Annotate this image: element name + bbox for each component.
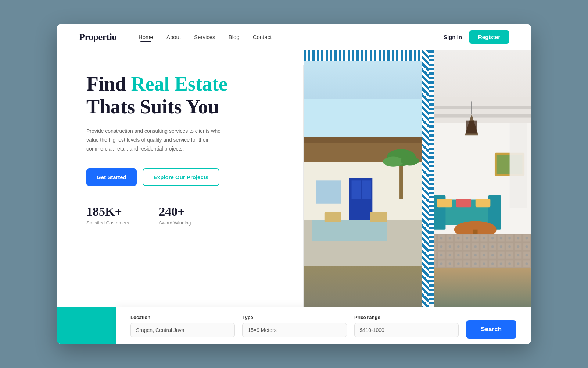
svg-rect-19 [429, 106, 531, 109]
svg-rect-27 [437, 199, 452, 207]
search-location-field: Location [130, 315, 235, 337]
heading-text-suits: Thats Suits You [86, 96, 219, 118]
stat-customers-number: 185K+ [86, 205, 129, 219]
nav-actions: Sign In Register [444, 30, 509, 44]
image-container [304, 50, 531, 315]
teal-bar [57, 307, 116, 344]
hero-left: Find Real Estate Thats Suits You Provide… [57, 50, 304, 344]
hero-description: Provide construction and consulting serv… [86, 127, 226, 153]
heading-text-find: Find [86, 73, 131, 95]
svg-rect-18 [429, 97, 531, 123]
stat-divider [144, 206, 144, 224]
search-type-field: Type [242, 315, 347, 337]
register-button[interactable]: Register [469, 30, 509, 44]
nav-links: Home About Services Blog Contact [139, 34, 444, 40]
stat-awards: 240+ Award Winning [159, 205, 191, 226]
svg-rect-10 [316, 180, 341, 203]
signin-button[interactable]: Sign In [444, 34, 462, 40]
navbar: Propertio Home About Services Blog Conta… [57, 24, 531, 50]
price-label: Price range [354, 315, 459, 320]
blue-pattern-border [422, 50, 429, 315]
stat-awards-number: 240+ [159, 205, 191, 219]
svg-rect-6 [304, 137, 429, 143]
location-label: Location [130, 315, 235, 320]
hero-heading: Find Real Estate Thats Suits You [86, 72, 282, 118]
stats: 185K+ Satisfied Customers 240+ Award Win… [86, 205, 282, 226]
explore-projects-button[interactable]: Explore Our Projects [143, 168, 219, 186]
get-started-button[interactable]: Get Started [86, 168, 137, 186]
svg-rect-12 [370, 212, 387, 222]
blue-pattern-top [304, 50, 429, 61]
search-bar: Location Type Price range Search [116, 307, 531, 344]
property-image-interior [429, 50, 531, 315]
price-input[interactable] [354, 323, 459, 337]
svg-rect-23 [466, 121, 477, 134]
hero-buttons: Get Started Explore Our Projects [86, 168, 282, 186]
nav-item-blog[interactable]: Blog [229, 34, 240, 40]
nav-link-contact[interactable]: Contact [253, 34, 272, 40]
svg-rect-9 [362, 180, 371, 199]
svg-rect-29 [476, 199, 491, 207]
svg-rect-20 [429, 114, 531, 117]
browser-window: Propertio Home About Services Blog Conta… [57, 24, 531, 344]
svg-point-16 [401, 156, 419, 165]
svg-rect-28 [456, 199, 472, 207]
location-input[interactable] [130, 323, 235, 337]
svg-point-15 [383, 157, 404, 167]
nav-link-about[interactable]: About [166, 34, 181, 40]
nav-link-home[interactable]: Home [139, 34, 153, 40]
main-content: Find Real Estate Thats Suits You Provide… [57, 50, 531, 344]
hero-right: Buy Rent Sell [304, 50, 531, 344]
heading-accent: Real Estate [131, 73, 227, 95]
search-price-field: Price range [354, 315, 459, 337]
stat-customers-label: Satisfied Customers [86, 220, 129, 226]
nav-item-about[interactable]: About [166, 34, 181, 40]
right-pattern-border [429, 50, 434, 315]
type-label: Type [242, 315, 347, 320]
logo: Propertio [79, 32, 116, 43]
svg-rect-36 [429, 234, 531, 268]
nav-item-contact[interactable]: Contact [253, 34, 272, 40]
svg-rect-3 [312, 220, 387, 241]
stat-awards-label: Award Winning [159, 220, 191, 226]
type-input[interactable] [242, 323, 347, 337]
property-image-exterior [304, 50, 429, 315]
svg-rect-39 [510, 123, 527, 208]
nav-item-services[interactable]: Services [194, 34, 215, 40]
search-button[interactable]: Search [466, 320, 516, 339]
svg-rect-8 [351, 180, 361, 199]
svg-rect-21 [471, 101, 472, 114]
nav-link-blog[interactable]: Blog [229, 34, 240, 40]
svg-rect-11 [325, 212, 341, 222]
nav-item-home[interactable]: Home [139, 34, 153, 40]
stat-customers: 185K+ Satisfied Customers [86, 205, 129, 226]
nav-link-services[interactable]: Services [194, 34, 215, 40]
